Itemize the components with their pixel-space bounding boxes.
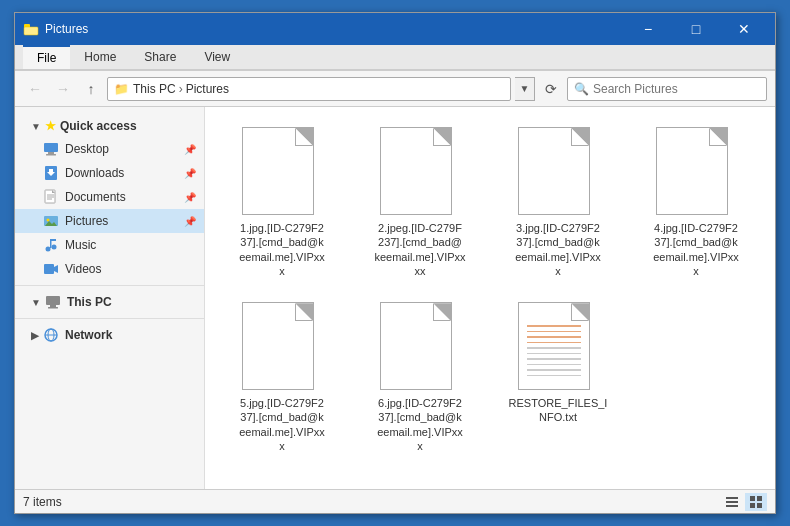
file-area: 1.jpg.[ID-C279F237].[cmd_bad@keemail.me]…: [205, 107, 775, 489]
file-item[interactable]: 3.jpg.[ID-C279F237].[cmd_bad@keemail.me]…: [493, 119, 623, 286]
pin-icon3: 📌: [184, 192, 196, 203]
address-dropdown[interactable]: ▼: [515, 77, 535, 101]
file-icon-7: [518, 302, 598, 392]
search-input[interactable]: [593, 82, 760, 96]
forward-button[interactable]: →: [51, 77, 75, 101]
desktop-label: Desktop: [65, 142, 109, 156]
file-name-4: 4.jpg.[ID-C279F237].[cmd_bad@keemail.me]…: [653, 221, 739, 278]
minimize-button[interactable]: −: [625, 13, 671, 45]
svg-rect-3: [44, 143, 58, 152]
sidebar-item-pictures[interactable]: Pictures 📌: [15, 209, 204, 233]
star-icon: ★: [45, 119, 56, 133]
item-count: 7 items: [23, 495, 62, 509]
file-item[interactable]: 4.jpg.[ID-C279F237].[cmd_bad@keemail.me]…: [631, 119, 761, 286]
pin-icon: 📌: [184, 144, 196, 155]
window-icon: [23, 21, 39, 37]
window-title: Pictures: [45, 22, 625, 36]
downloads-label: Downloads: [65, 166, 124, 180]
path-thispc: This PC: [133, 82, 176, 96]
tab-home[interactable]: Home: [70, 45, 130, 69]
file-name-7: RESTORE_FILES_INFO.txt: [509, 396, 608, 425]
svg-rect-29: [726, 501, 738, 503]
file-item[interactable]: 6.jpg.[ID-C279F237].[cmd_bad@keemail.me]…: [355, 294, 485, 461]
file-name-5: 5.jpg.[ID-C279F237].[cmd_bad@keemail.me]…: [239, 396, 325, 453]
pin-icon2: 📌: [184, 168, 196, 179]
svg-point-16: [46, 247, 51, 252]
svg-rect-22: [46, 296, 60, 305]
svg-marker-21: [54, 265, 58, 273]
file-icon-2: [380, 127, 460, 217]
svg-rect-20: [44, 264, 54, 274]
search-box[interactable]: 🔍: [567, 77, 767, 101]
sidebar-item-videos[interactable]: Videos: [15, 257, 204, 281]
tab-file[interactable]: File: [23, 45, 70, 69]
svg-rect-5: [46, 154, 56, 156]
videos-label: Videos: [65, 262, 101, 276]
file-item[interactable]: 2.jpeg.[ID-C279F237].[cmd_bad@keemail.me…: [355, 119, 485, 286]
file-icon-3: [518, 127, 598, 217]
svg-point-17: [52, 245, 57, 250]
svg-rect-4: [48, 152, 54, 154]
documents-label: Documents: [65, 190, 126, 204]
tab-view[interactable]: View: [190, 45, 244, 69]
path-current: Pictures: [186, 82, 229, 96]
pictures-label: Pictures: [65, 214, 108, 228]
sidebar-thispc[interactable]: ▼ This PC: [15, 290, 204, 314]
sidebar-item-downloads[interactable]: Downloads 📌: [15, 161, 204, 185]
svg-rect-23: [50, 305, 56, 307]
refresh-button[interactable]: ⟳: [539, 77, 563, 101]
view-buttons: [721, 493, 767, 511]
pin-icon4: 📌: [184, 216, 196, 227]
svg-rect-24: [48, 307, 58, 309]
thispc-label: This PC: [67, 295, 112, 309]
file-name-6: 6.jpg.[ID-C279F237].[cmd_bad@keemail.me]…: [377, 396, 463, 453]
file-name-2: 2.jpeg.[ID-C279F237].[cmd_bad@keemail.me…: [374, 221, 465, 278]
svg-rect-2: [24, 27, 38, 35]
svg-rect-31: [750, 496, 755, 501]
file-icon-4: [656, 127, 736, 217]
file-icon-6: [380, 302, 460, 392]
maximize-button[interactable]: □: [673, 13, 719, 45]
up-button[interactable]: ↑: [79, 77, 103, 101]
thispc-icon: [45, 294, 61, 310]
address-path[interactable]: 📁 This PC › Pictures: [107, 77, 511, 101]
svg-rect-30: [726, 505, 738, 507]
file-icon-5: [242, 302, 322, 392]
status-bar: 7 items: [15, 489, 775, 513]
sidebar-quick-access[interactable]: ▼ ★ Quick access: [15, 115, 204, 137]
path-separator: ›: [179, 82, 183, 96]
file-icon-1: [242, 127, 322, 217]
file-item[interactable]: 1.jpg.[ID-C279F237].[cmd_bad@keemail.me]…: [217, 119, 347, 286]
sidebar-item-desktop[interactable]: Desktop 📌: [15, 137, 204, 161]
pictures-icon: [43, 213, 59, 229]
downloads-icon: [43, 165, 59, 181]
path-icon: 📁: [114, 82, 129, 96]
music-label: Music: [65, 238, 96, 252]
sidebar-divider1: [15, 285, 204, 286]
search-icon: 🔍: [574, 82, 589, 96]
svg-rect-32: [757, 496, 762, 501]
file-name-1: 1.jpg.[ID-C279F237].[cmd_bad@keemail.me]…: [239, 221, 325, 278]
sidebar-item-documents[interactable]: Documents 📌: [15, 185, 204, 209]
svg-rect-28: [726, 497, 738, 499]
network-icon: [43, 327, 59, 343]
sidebar-item-music[interactable]: Music: [15, 233, 204, 257]
tile-view-button[interactable]: [745, 493, 767, 511]
sidebar: ▼ ★ Quick access Desktop 📌 Downloads 📌: [15, 107, 205, 489]
chevron-icon: ▼: [31, 121, 41, 132]
sidebar-divider2: [15, 318, 204, 319]
file-item[interactable]: RESTORE_FILES_INFO.txt: [493, 294, 623, 461]
desktop-icon: [43, 141, 59, 157]
title-bar: Pictures − □ ✕: [15, 13, 775, 45]
music-icon: [43, 237, 59, 253]
videos-icon: [43, 261, 59, 277]
file-item[interactable]: 5.jpg.[ID-C279F237].[cmd_bad@keemail.me]…: [217, 294, 347, 461]
chevron-thispc-icon: ▼: [31, 297, 41, 308]
back-button[interactable]: ←: [23, 77, 47, 101]
documents-icon: [43, 189, 59, 205]
explorer-window: Pictures − □ ✕ File Home Share View ← → …: [14, 12, 776, 514]
close-button[interactable]: ✕: [721, 13, 767, 45]
tab-share[interactable]: Share: [130, 45, 190, 69]
sidebar-network[interactable]: ▶ Network: [15, 323, 204, 347]
list-view-button[interactable]: [721, 493, 743, 511]
